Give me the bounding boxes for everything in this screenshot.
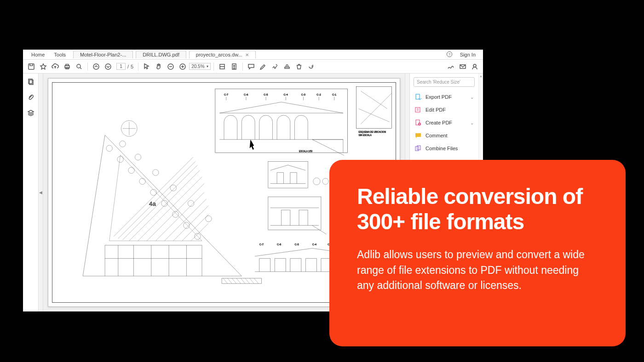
sign-icon[interactable]: [270, 61, 281, 72]
comment-tool-icon: [414, 132, 422, 139]
svg-point-36: [128, 167, 134, 173]
svg-point-37: [139, 178, 145, 184]
promo-overlay-card: Reliable conversion of 300+ file formats…: [329, 160, 626, 346]
document-tab-label: DRILL.DWG.pdf: [143, 52, 179, 57]
collapse-left-handle[interactable]: ◀: [39, 74, 43, 311]
export-pdf-icon: [414, 93, 422, 101]
left-nav-rail: [23, 74, 39, 311]
svg-rect-21: [215, 89, 348, 153]
comment-icon[interactable]: [246, 61, 257, 72]
rotate-icon[interactable]: [305, 61, 316, 72]
document-tab-2[interactable]: proyecto_arcos.dw... ✕: [189, 51, 256, 58]
attachments-icon[interactable]: [27, 94, 34, 103]
svg-point-8: [105, 64, 111, 69]
tool-comment[interactable]: Comment: [410, 129, 478, 142]
tool-export-pdf[interactable]: Export PDF ⌄: [410, 90, 478, 103]
thumbnails-icon[interactable]: [27, 78, 34, 87]
signature-icon[interactable]: [445, 61, 456, 72]
zoom-in-icon[interactable]: [177, 61, 188, 72]
svg-rect-18: [356, 87, 392, 129]
svg-point-34: [106, 145, 112, 151]
svg-rect-58: [415, 107, 420, 112]
tool-edit-pdf[interactable]: Edit PDF: [410, 103, 478, 116]
svg-text:C-7: C-7: [259, 243, 264, 246]
page-indicator: 1 / 5: [116, 63, 133, 70]
zoom-value: 20.5%: [191, 64, 204, 69]
highlight-icon[interactable]: [258, 61, 269, 72]
chevron-down-icon: ⌄: [470, 95, 474, 100]
svg-point-38: [150, 189, 156, 195]
document-tab-0[interactable]: Motel-Floor-Plan2-...: [73, 51, 133, 58]
svg-text:C-6: C-6: [277, 243, 281, 246]
tool-label: Comment: [426, 133, 448, 138]
tool-create-pdf[interactable]: Create PDF ⌄: [410, 116, 478, 129]
svg-text:4a: 4a: [149, 200, 156, 207]
combine-files-icon: [414, 145, 422, 152]
svg-text:C-4: C-4: [312, 243, 317, 246]
document-tab-1[interactable]: DRILL.DWG.pdf: [136, 51, 186, 58]
tool-label: Edit PDF: [426, 107, 446, 113]
tool-label: Combine Files: [426, 146, 458, 151]
tool-label: Export PDF: [426, 94, 452, 100]
sign-in-link[interactable]: Sign In: [456, 52, 479, 57]
page-down-icon[interactable]: [103, 61, 114, 72]
svg-point-45: [153, 170, 159, 175]
main-toolbar: 1 / 5 20.5% ▾: [23, 60, 483, 74]
home-tab[interactable]: Home: [27, 52, 49, 57]
svg-point-46: [170, 185, 176, 191]
svg-text:C-1: C-1: [332, 93, 336, 96]
document-tab-label: Motel-Floor-Plan2-...: [80, 52, 126, 57]
page-sep: /: [127, 64, 129, 69]
zoom-out-icon[interactable]: [165, 61, 176, 72]
svg-point-7: [93, 64, 99, 69]
svg-rect-2: [29, 64, 34, 69]
page-up-icon[interactable]: [91, 61, 102, 72]
email-icon[interactable]: [457, 61, 468, 72]
cloud-upload-icon[interactable]: [50, 61, 61, 72]
tab-strip: Home Tools Motel-Floor-Plan2-... DRILL.D…: [23, 50, 483, 60]
chevron-down-icon: ⌄: [470, 120, 474, 125]
promo-body: Adlib allows users to preview and conver…: [357, 247, 598, 293]
create-pdf-icon: [414, 119, 422, 126]
tool-combine-files[interactable]: Combine Files: [410, 142, 478, 155]
svg-point-44: [135, 154, 141, 160]
svg-point-43: [120, 141, 126, 147]
zoom-select[interactable]: 20.5% ▾: [189, 63, 210, 70]
star-icon[interactable]: [38, 61, 49, 72]
chevron-down-icon: ▾: [207, 64, 208, 68]
svg-point-6: [77, 64, 80, 68]
help-icon[interactable]: ?: [443, 51, 456, 58]
print-icon[interactable]: [62, 61, 73, 72]
svg-point-31: [313, 178, 320, 185]
fit-width-icon[interactable]: [217, 61, 228, 72]
layers-icon[interactable]: [27, 109, 34, 119]
close-tab-icon[interactable]: ✕: [245, 52, 249, 57]
pointer-icon[interactable]: [141, 61, 152, 72]
tools-search-input[interactable]: Search 'Reduce Size': [414, 77, 475, 87]
fit-page-icon[interactable]: [229, 61, 240, 72]
svg-rect-13: [285, 67, 289, 68]
stamp-icon[interactable]: [282, 61, 293, 72]
account-icon[interactable]: [469, 61, 480, 72]
promo-heading: Reliable conversion of 300+ file formats: [357, 184, 598, 234]
svg-text:ESQUEMA DE UBICACION: ESQUEMA DE UBICACION: [358, 131, 386, 133]
svg-text:ESCALA 1/50: ESCALA 1/50: [299, 150, 313, 153]
svg-rect-61: [415, 133, 421, 137]
svg-point-35: [117, 156, 123, 162]
svg-text:C-2: C-2: [316, 93, 321, 96]
tools-tab[interactable]: Tools: [49, 52, 70, 57]
delete-icon[interactable]: [293, 61, 305, 72]
page-number-input[interactable]: 1: [116, 63, 126, 70]
svg-point-48: [206, 216, 212, 222]
svg-text:SIN ESCALA: SIN ESCALA: [358, 134, 372, 136]
svg-text:?: ?: [448, 52, 451, 56]
search-icon[interactable]: [74, 61, 85, 72]
document-tab-label: proyecto_arcos.dw...: [196, 52, 242, 57]
svg-text:C-6: C-6: [244, 93, 248, 96]
svg-point-32: [322, 178, 328, 184]
hand-icon[interactable]: [153, 61, 164, 72]
svg-text:C-3: C-3: [301, 93, 305, 96]
svg-text:C-5: C-5: [264, 93, 268, 96]
svg-text:C-5: C-5: [294, 243, 299, 246]
save-icon[interactable]: [26, 61, 37, 72]
